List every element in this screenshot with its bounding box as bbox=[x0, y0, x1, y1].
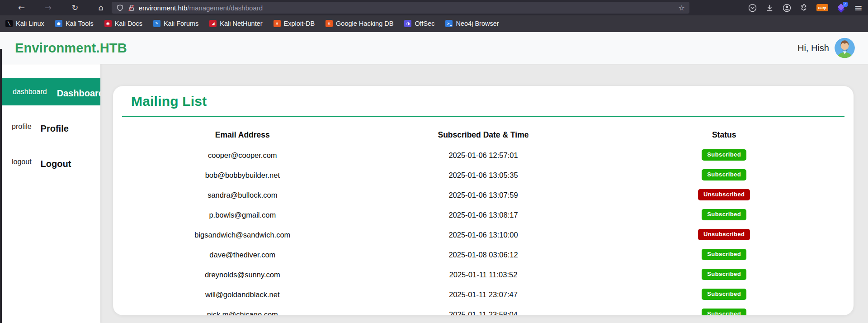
table-header-row: Email AddressSubscribed Date & TimeStatu… bbox=[122, 117, 844, 145]
bookmark-item[interactable]: >_Neo4j Browser bbox=[445, 20, 499, 27]
kali-nethunter-icon: ◢ bbox=[209, 20, 217, 27]
sidebar-item-label: Dashboard bbox=[57, 88, 100, 99]
back-button[interactable]: ← bbox=[18, 4, 25, 12]
sidebar-item-profile[interactable]: profileProfile bbox=[12, 115, 100, 138]
status-badge: Subscribed bbox=[702, 309, 746, 315]
user-avatar[interactable] bbox=[835, 38, 855, 58]
status-cell: Subscribed bbox=[604, 285, 844, 304]
status-cell: Unsubscribed bbox=[604, 185, 844, 205]
datetime-cell: 2025-01-06 13:08:17 bbox=[363, 205, 604, 225]
forward-button[interactable]: → bbox=[45, 4, 52, 12]
datetime-cell: 2025-01-06 13:07:59 bbox=[363, 185, 604, 205]
bookmarks-bar: ╲Kali Linux●Kali Tools◉Kali Docs✎Kali Fo… bbox=[0, 15, 868, 32]
sidebar-item-label: Logout bbox=[41, 159, 71, 169]
brand-title: Environment.HTB bbox=[15, 41, 127, 56]
reload-button[interactable]: ↻ bbox=[71, 4, 78, 12]
status-badge: Subscribed bbox=[702, 289, 746, 300]
bookmark-label: Exploit-DB bbox=[284, 20, 315, 27]
table-row: dreynolds@sunny.com2025-01-11 11:03:52Su… bbox=[122, 265, 844, 285]
downloads-icon[interactable] bbox=[765, 4, 774, 12]
status-badge: Unsubscribed bbox=[698, 189, 750, 200]
browser-toolbar: ← → ↻ ⌂ environment.htb/management/dashb… bbox=[0, 0, 868, 15]
page-title: Mailing List bbox=[113, 86, 854, 109]
email-cell: dave@thediver.com bbox=[122, 245, 363, 265]
bookmark-item[interactable]: ●Kali Tools bbox=[55, 20, 94, 27]
bookmark-item[interactable]: ◑OffSec bbox=[404, 20, 434, 27]
email-cell: will@goldandblack.net bbox=[122, 285, 363, 304]
sidebar-item-label: Profile bbox=[41, 124, 69, 134]
bookmark-item[interactable]: ¤Exploit-DB bbox=[274, 20, 315, 27]
datetime-cell: 2025-01-06 13:10:00 bbox=[363, 225, 604, 245]
column-header-0: Email Address bbox=[122, 117, 363, 145]
datetime-cell: 2025-01-08 03:06:12 bbox=[363, 245, 604, 265]
bookmark-item[interactable]: ¤Google Hacking DB bbox=[326, 20, 393, 27]
extension-badge: 7 bbox=[843, 2, 848, 7]
extensions-puzzle-icon[interactable] bbox=[800, 4, 808, 12]
bookmark-star-icon[interactable]: ☆ bbox=[678, 4, 684, 12]
sidebar-item-logout[interactable]: logoutLogout bbox=[12, 151, 100, 173]
table-row: dave@thediver.com2025-01-08 03:06:12Subs… bbox=[122, 245, 844, 265]
bookmark-item[interactable]: ◢Kali NetHunter bbox=[209, 20, 262, 27]
table-row: cooper@cooper.com2025-01-06 12:57:01Subs… bbox=[122, 145, 844, 165]
pocket-icon[interactable] bbox=[748, 4, 757, 12]
neo4j-icon: >_ bbox=[445, 20, 453, 27]
url-text: environment.htb/management/dashboard bbox=[139, 4, 263, 12]
bookmark-label: Google Hacking DB bbox=[336, 20, 393, 27]
home-button[interactable]: ⌂ bbox=[98, 4, 103, 12]
datetime-cell: 2025-01-11 23:58:04 bbox=[363, 304, 604, 315]
insecure-lock-icon[interactable] bbox=[127, 4, 135, 12]
menu-hamburger-icon[interactable]: ≡ bbox=[854, 2, 863, 14]
toolbar-right-icons: Burp 7 ≡ bbox=[748, 0, 863, 15]
status-badge: Subscribed bbox=[702, 249, 746, 260]
table-row: nick.m@chicago.com2025-01-11 23:58:04Sub… bbox=[122, 304, 844, 315]
status-cell: Unsubscribed bbox=[604, 225, 844, 245]
status-cell: Subscribed bbox=[604, 245, 844, 265]
bookmark-label: Neo4j Browser bbox=[456, 20, 499, 27]
profile-icon: profile bbox=[12, 123, 32, 131]
purple-extension-icon[interactable]: 7 bbox=[837, 4, 846, 12]
status-badge: Subscribed bbox=[702, 209, 746, 220]
bookmark-label: Kali Tools bbox=[66, 20, 94, 27]
email-cell: bigsandwich@sandwich.com bbox=[122, 225, 363, 245]
table-row: will@goldandblack.net2025-01-11 23:07:47… bbox=[122, 285, 844, 304]
bookmark-item[interactable]: ✎Kali Forums bbox=[153, 20, 198, 27]
url-bar[interactable]: environment.htb/management/dashboard ☆ bbox=[112, 2, 689, 14]
email-cell: sandra@bullock.com bbox=[122, 185, 363, 205]
bookmark-label: Kali Linux bbox=[16, 20, 44, 27]
logout-icon: logout bbox=[12, 158, 32, 166]
bookmark-label: OffSec bbox=[415, 20, 434, 27]
table-row: bigsandwich@sandwich.com2025-01-06 13:10… bbox=[122, 225, 844, 245]
table-row: sandra@bullock.com2025-01-06 13:07:59Uns… bbox=[122, 185, 844, 205]
table-body: cooper@cooper.com2025-01-06 12:57:01Subs… bbox=[122, 145, 844, 315]
main-content: Mailing List Email AddressSubscribed Dat… bbox=[100, 64, 868, 323]
table-row: bob@bobbybuilder.net2025-01-06 13:05:35S… bbox=[122, 165, 844, 185]
email-cell: p.bowls@gmail.com bbox=[122, 205, 363, 225]
window-left-edge bbox=[0, 49, 2, 323]
table-header: Email AddressSubscribed Date & TimeStatu… bbox=[122, 117, 844, 145]
status-cell: Subscribed bbox=[604, 145, 844, 165]
mailing-table: Email AddressSubscribed Date & TimeStatu… bbox=[122, 117, 844, 315]
table-row: p.bowls@gmail.com2025-01-06 13:08:17Subs… bbox=[122, 205, 844, 225]
offsec-icon: ◑ bbox=[404, 20, 411, 27]
account-icon[interactable] bbox=[783, 4, 791, 12]
bookmark-item[interactable]: ◉Kali Docs bbox=[104, 20, 142, 27]
ghdb-icon: ¤ bbox=[326, 20, 333, 27]
shield-icon[interactable] bbox=[116, 4, 124, 12]
column-header-1: Subscribed Date & Time bbox=[363, 117, 604, 145]
sidebar-item-dashboard[interactable]: dashboardDashboard bbox=[2, 78, 100, 105]
kali-forums-icon: ✎ bbox=[153, 20, 160, 27]
dashboard-icon: dashboard bbox=[13, 88, 47, 96]
email-cell: dreynolds@sunny.com bbox=[122, 265, 363, 285]
bookmark-label: Kali Forums bbox=[164, 20, 198, 27]
exploit-db-icon: ¤ bbox=[274, 20, 281, 27]
burp-extension-icon[interactable]: Burp bbox=[816, 4, 828, 11]
nav-buttons: ← → ↻ ⌂ bbox=[0, 4, 104, 12]
email-cell: bob@bobbybuilder.net bbox=[122, 165, 363, 185]
url-path: /management/dashboard bbox=[187, 4, 263, 12]
status-cell: Subscribed bbox=[604, 205, 844, 225]
kali-docs-icon: ◉ bbox=[104, 20, 112, 27]
app-header: Environment.HTB Hi, Hish bbox=[0, 32, 868, 64]
kali-dragon-icon: ╲ bbox=[5, 20, 13, 27]
bookmark-item[interactable]: ╲Kali Linux bbox=[5, 20, 44, 27]
column-header-2: Status bbox=[604, 117, 844, 145]
